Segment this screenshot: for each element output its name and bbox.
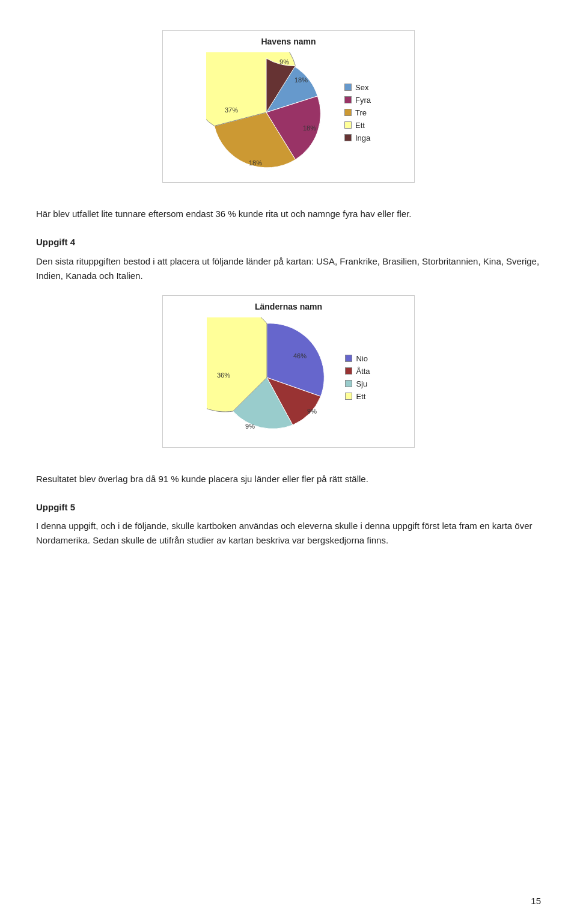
body-text-4: Den sista rituppgiften bestod i att plac… xyxy=(36,254,541,283)
chart1-label-fyra: 18% xyxy=(303,124,316,132)
body-text-1: Här blev utfallet lite tunnare eftersom … xyxy=(36,207,541,221)
legend-label-ett: Ett xyxy=(355,121,365,130)
page-number: 15 xyxy=(531,896,541,906)
chart2-container: Ländernas namn 46% 9% 9% 36% xyxy=(162,295,415,448)
legend-label-sju: Sju xyxy=(356,379,367,388)
legend-box-atta xyxy=(345,367,352,375)
legend-box-sex xyxy=(344,84,352,91)
legend-label-atta: Åtta xyxy=(356,367,370,376)
legend-label-inga: Inga xyxy=(355,133,370,142)
legend-label-fyra: Fyra xyxy=(355,96,371,105)
chart1-label-ett: 37% xyxy=(225,106,238,114)
heading4-text: Uppgift 4 xyxy=(36,237,75,247)
legend-item-inga: Inga xyxy=(344,133,371,142)
legend-box-fyra xyxy=(344,96,352,103)
chart1-label-tre: 18% xyxy=(249,159,262,167)
chart2-legend: Nio Åtta Sju Ett xyxy=(345,354,370,401)
legend-box-sju xyxy=(345,380,352,387)
legend-label-sex: Sex xyxy=(355,83,368,92)
legend-box-inga xyxy=(344,134,352,141)
legend-item-ett2: Ett xyxy=(345,392,370,401)
chart1-svg: 18% 18% 18% 37% 9% xyxy=(206,52,326,173)
chart2-svg: 46% 9% 9% 36% xyxy=(207,317,327,438)
legend-item-fyra: Fyra xyxy=(344,96,371,105)
legend-box-tre xyxy=(344,109,352,116)
legend-item-sju: Sju xyxy=(345,379,370,388)
legend-label-nio: Nio xyxy=(356,354,368,363)
chart2-label-sju: 9% xyxy=(245,423,255,430)
legend-label-tre: Tre xyxy=(355,108,367,117)
chart1-wrapper: Havens namn 18% 18% 18% 37% 9% xyxy=(36,30,541,195)
heading5: Uppgift 5 xyxy=(36,501,541,515)
legend-box-ett xyxy=(344,121,352,129)
chart1-container: Havens namn 18% 18% 18% 37% 9% xyxy=(162,30,415,183)
legend-item-tre: Tre xyxy=(344,108,371,117)
chart1-label-inga: 9% xyxy=(279,58,289,66)
body-text-5: I denna uppgift, och i de följande, skul… xyxy=(36,519,541,548)
legend-item-nio: Nio xyxy=(345,354,370,363)
legend-item-ett: Ett xyxy=(344,121,371,130)
chart1-label-sex: 18% xyxy=(295,76,308,84)
chart1-row: 18% 18% 18% 37% 9% Sex Fyra Tre xyxy=(206,52,371,173)
chart1-legend: Sex Fyra Tre Ett Inga xyxy=(344,83,371,142)
legend-box-ett2 xyxy=(345,393,352,400)
legend-item-atta: Åtta xyxy=(345,367,370,376)
heading5-text: Uppgift 5 xyxy=(36,502,75,512)
chart1-title: Havens namn xyxy=(261,37,316,46)
chart2-title: Ländernas namn xyxy=(255,302,322,311)
chart2-row: 46% 9% 9% 36% Nio Åtta Sju xyxy=(207,317,370,438)
chart2-label-nio: 46% xyxy=(293,352,307,360)
heading4: Uppgift 4 xyxy=(36,236,541,249)
chart2-wrapper: Ländernas namn 46% 9% 9% 36% xyxy=(36,295,541,460)
chart2-label-ett: 36% xyxy=(217,372,230,379)
chart2-label-atta: 9% xyxy=(307,408,317,415)
body-text-4b: Resultatet blev överlag bra då 91 % kund… xyxy=(36,472,541,486)
legend-box-nio xyxy=(345,355,352,362)
legend-label-ett2: Ett xyxy=(356,392,365,401)
legend-item-sex: Sex xyxy=(344,83,371,92)
